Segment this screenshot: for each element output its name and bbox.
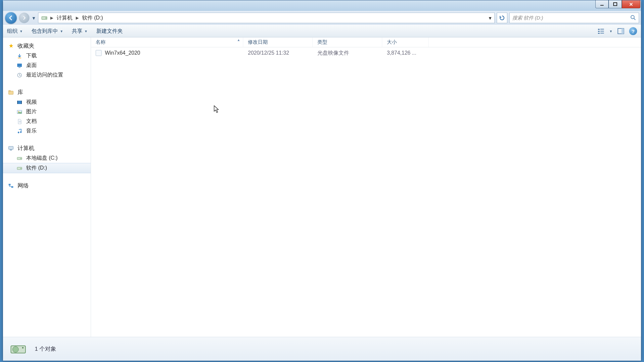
breadcrumb-drive[interactable]: 软件 (D:) xyxy=(80,15,105,22)
sidebar-favorites-header[interactable]: ★收藏夹 xyxy=(3,41,91,51)
content-body: ★收藏夹 下载 桌面 最近访问的位置 库 视频 图片 文档 音乐 计算机 本地磁… xyxy=(3,37,641,337)
sidebar-item-pictures[interactable]: 图片 xyxy=(3,107,91,117)
svg-point-28 xyxy=(20,131,22,133)
file-rows[interactable]: Win7x64_2020 2020/12/25 11:32 光盘映像文件 3,8… xyxy=(91,47,641,337)
sidebar-computer-header[interactable]: 计算机 xyxy=(3,143,91,153)
svg-rect-1 xyxy=(614,3,617,6)
sidebar-item-downloads[interactable]: 下载 xyxy=(3,51,91,61)
svg-rect-6 xyxy=(598,29,600,30)
history-dropdown[interactable]: ▾ xyxy=(31,12,36,24)
chevron-down-icon: ▼ xyxy=(84,29,88,33)
svg-rect-15 xyxy=(17,64,22,67)
network-icon xyxy=(8,182,14,189)
sidebar-item-videos[interactable]: 视频 xyxy=(3,97,91,107)
svg-rect-14 xyxy=(18,58,21,58)
svg-rect-30 xyxy=(10,150,12,150)
maximize-button[interactable] xyxy=(609,0,622,8)
sidebar-item-desktop[interactable]: 桌面 xyxy=(3,61,91,70)
view-options-button[interactable] xyxy=(597,27,605,35)
preview-pane-button[interactable] xyxy=(617,27,624,35)
refresh-button[interactable] xyxy=(497,13,507,23)
download-icon xyxy=(16,53,23,59)
share-button[interactable]: 共享▼ xyxy=(72,28,88,35)
desktop-icon xyxy=(16,62,23,69)
svg-line-5 xyxy=(634,18,636,20)
sidebar-item-recent[interactable]: 最近访问的位置 xyxy=(3,70,91,80)
forward-button[interactable] xyxy=(19,13,29,23)
search-box[interactable]: 搜索 软件 (D:) xyxy=(509,13,639,23)
svg-point-39 xyxy=(22,347,24,348)
titlebar xyxy=(3,0,641,11)
svg-rect-10 xyxy=(598,33,600,34)
svg-point-38 xyxy=(13,346,19,352)
navbar: ▾ ▶ 计算机 ▶ 软件 (D:) ▾ 搜索 软件 (D:) xyxy=(3,11,641,25)
sidebar-network-header[interactable]: 网络 xyxy=(3,181,91,191)
column-date[interactable]: 修改日期 xyxy=(243,37,313,47)
svg-point-27 xyxy=(18,131,20,133)
new-folder-button[interactable]: 新建文件夹 xyxy=(96,28,123,35)
library-icon xyxy=(8,89,14,96)
file-row[interactable]: Win7x64_2020 2020/12/25 11:32 光盘映像文件 3,8… xyxy=(91,47,641,59)
chevron-down-icon: ▼ xyxy=(60,29,63,33)
breadcrumb-separator: ▶ xyxy=(50,16,54,20)
minimize-button[interactable] xyxy=(595,0,609,8)
svg-rect-25 xyxy=(19,121,21,121)
file-size: 3,874,126 ... xyxy=(382,50,429,56)
svg-rect-0 xyxy=(600,5,604,6)
organize-button[interactable]: 组织▼ xyxy=(7,28,23,35)
column-headers: 名称▲ 修改日期 类型 大小 xyxy=(91,37,641,47)
chevron-down-icon[interactable]: ▼ xyxy=(609,29,613,33)
svg-rect-16 xyxy=(19,67,21,68)
video-icon xyxy=(16,99,23,106)
toolbar: 组织▼ 包含到库中▼ 共享▼ 新建文件夹 ▼ ? xyxy=(3,25,641,37)
recent-icon xyxy=(16,72,23,78)
svg-rect-21 xyxy=(17,101,18,104)
sidebar-item-drive-c[interactable]: 本地磁盘 (C:) xyxy=(3,153,91,163)
search-icon xyxy=(630,15,636,22)
back-button[interactable] xyxy=(5,12,17,24)
music-icon xyxy=(16,128,23,134)
sidebar-item-music[interactable]: 音乐 xyxy=(3,126,91,136)
status-bar: 1 个对象 xyxy=(3,337,641,361)
svg-rect-29 xyxy=(9,146,13,149)
sidebar-item-drive-d[interactable]: 软件 (D:) xyxy=(3,163,91,173)
picture-icon xyxy=(16,109,23,115)
file-type: 光盘映像文件 xyxy=(313,50,382,57)
file-list-panel: 名称▲ 修改日期 类型 大小 Win7x64_2020 2020/12/25 1… xyxy=(91,37,641,337)
star-icon: ★ xyxy=(8,43,14,49)
close-button[interactable] xyxy=(622,0,640,8)
sidebar: ★收藏夹 下载 桌面 最近访问的位置 库 视频 图片 文档 音乐 计算机 本地磁… xyxy=(3,37,91,337)
svg-rect-8 xyxy=(598,31,600,32)
sort-indicator-icon: ▲ xyxy=(237,38,240,42)
breadcrumb-separator: ▶ xyxy=(75,16,79,20)
drive-icon xyxy=(16,155,23,162)
address-bar[interactable]: ▶ 计算机 ▶ 软件 (D:) ▾ xyxy=(38,13,495,23)
column-type[interactable]: 类型 xyxy=(313,37,382,47)
svg-point-32 xyxy=(21,158,21,159)
status-text: 1 个对象 xyxy=(35,345,56,353)
svg-rect-22 xyxy=(21,101,22,104)
svg-rect-11 xyxy=(600,33,604,33)
explorer-window: ▾ ▶ 计算机 ▶ 软件 (D:) ▾ 搜索 软件 (D:) 组织▼ 包含到库中… xyxy=(3,0,641,361)
svg-rect-7 xyxy=(600,29,604,29)
column-size[interactable]: 大小 xyxy=(382,37,429,47)
sidebar-item-documents[interactable]: 文档 xyxy=(3,117,91,126)
chevron-down-icon: ▼ xyxy=(20,29,23,33)
svg-rect-26 xyxy=(19,122,21,122)
computer-icon xyxy=(8,145,14,152)
sidebar-libraries-header[interactable]: 库 xyxy=(3,87,91,97)
include-in-library-button[interactable]: 包含到库中▼ xyxy=(31,28,63,35)
search-placeholder: 搜索 软件 (D:) xyxy=(512,15,543,21)
svg-point-34 xyxy=(21,168,21,169)
breadcrumb-computer[interactable]: 计算机 xyxy=(55,15,74,22)
help-button[interactable]: ? xyxy=(629,27,637,35)
file-date: 2020/12/25 11:32 xyxy=(243,50,313,56)
iso-file-icon xyxy=(96,50,102,56)
drive-icon xyxy=(16,165,23,172)
svg-rect-20 xyxy=(17,101,22,104)
svg-rect-35 xyxy=(9,184,11,185)
address-dropdown[interactable]: ▾ xyxy=(487,15,493,21)
svg-rect-13 xyxy=(621,28,624,34)
svg-rect-9 xyxy=(600,31,604,31)
column-name[interactable]: 名称▲ xyxy=(91,37,243,47)
